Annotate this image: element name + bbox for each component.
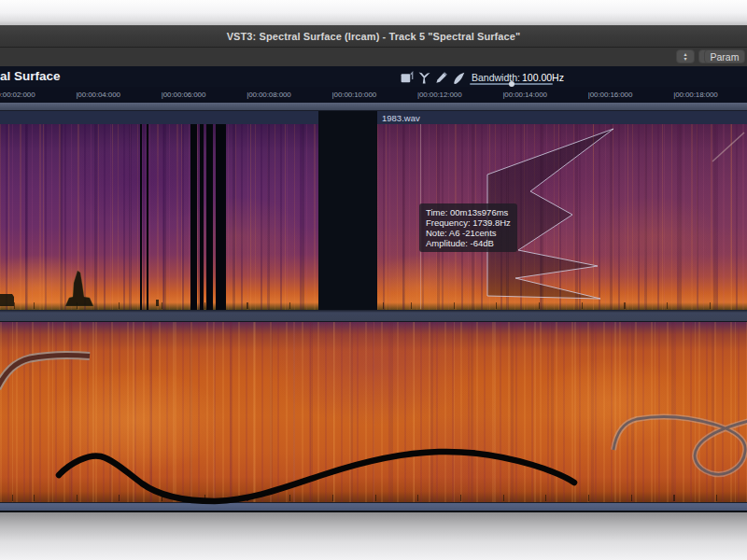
param-button[interactable]: Param xyxy=(704,49,745,63)
spectral-cut-bar xyxy=(216,124,226,310)
spectral-cut-bar xyxy=(140,124,142,310)
pencil-tool-icon xyxy=(434,71,448,85)
ruler-label: |00:00:14:000 xyxy=(502,91,547,99)
brush-tool-icon xyxy=(452,71,466,85)
rect-select-tool-button[interactable] xyxy=(400,71,414,85)
bandwidth-value: 100.00Hz xyxy=(522,72,564,83)
clip-2-tickmarks xyxy=(377,302,747,309)
window-bottom-edge xyxy=(0,511,747,512)
track-divider xyxy=(0,310,747,322)
pen-tool-button[interactable] xyxy=(417,71,431,85)
preset-stepper-button[interactable]: ▴ ▾ xyxy=(676,49,695,63)
pencil-tool-button[interactable] xyxy=(434,71,448,85)
plugin-window: VST3: Spectral Surface (Ircam) - Track 5… xyxy=(0,25,747,512)
ruler-label: |00:00:08:000 xyxy=(247,91,291,99)
pen-tool-icon xyxy=(417,71,431,85)
ruler-label: |00:00:02:000 xyxy=(0,91,35,99)
ruler-label: |00:00:04:000 xyxy=(76,91,120,99)
screenshot-root: VST3: Spectral Surface (Ircam) - Track 5… xyxy=(0,0,747,560)
audio-clip-1[interactable] xyxy=(0,111,318,310)
rect-select-icon xyxy=(400,71,414,85)
host-toolbar: ▴ ▾ + Param xyxy=(0,48,747,67)
window-title: VST3: Spectral Surface (Ircam) - Track 5… xyxy=(227,31,521,42)
clip-name-label: 1983.wav xyxy=(382,113,420,123)
brush-tool-button[interactable] xyxy=(452,71,466,85)
clip-2-header[interactable]: 1983.wav xyxy=(377,111,747,124)
bottom-scrollbar[interactable] xyxy=(0,502,747,511)
ruler-label: |00:00:16:000 xyxy=(588,91,633,99)
clip-1-spectrogram[interactable] xyxy=(0,124,318,310)
track-top: 1983.wav xyxy=(0,111,747,310)
timeline-ruler[interactable]: |00:00:02:000 |00:00:04:000 |00:00:06:00… xyxy=(0,87,747,104)
tooltip-amplitude: Amplitude: -64dB xyxy=(426,238,511,248)
spectral-cut-bar xyxy=(200,124,204,310)
ruler-label: |00:00:12:000 xyxy=(417,91,462,99)
spectral-cut-bar xyxy=(206,124,213,310)
bandwidth-slider[interactable] xyxy=(470,83,553,85)
ruler-label: |00:00:10:000 xyxy=(332,91,377,99)
bottom-spectrogram[interactable] xyxy=(0,322,747,502)
clip-1-tickmarks xyxy=(0,302,318,309)
spectral-cut-bar xyxy=(147,124,148,310)
clip-1-header[interactable] xyxy=(0,111,318,124)
value-tooltip: Time: 00m13s976ms Frequency: 1739.8Hz No… xyxy=(419,203,517,252)
desktop-background-top xyxy=(0,0,747,25)
window-titlebar[interactable]: VST3: Spectral Surface (Ircam) - Track 5… xyxy=(0,25,747,48)
horizontal-scrollbar[interactable] xyxy=(0,103,747,111)
tooltip-frequency: Frequency: 1739.8Hz xyxy=(426,217,511,228)
desktop-background-bottom xyxy=(0,512,747,560)
stepper-down-icon: ▾ xyxy=(684,57,686,62)
plugin-title: al Surface xyxy=(0,69,61,83)
bottom-tickmarks xyxy=(0,495,747,501)
spectral-cut-bar xyxy=(190,124,197,310)
plugin-header: al Surface xyxy=(0,66,747,88)
ruler-label: |00:00:06:000 xyxy=(162,91,206,99)
tooltip-time: Time: 00m13s976ms xyxy=(426,207,511,217)
track-bottom xyxy=(0,322,747,502)
tooltip-note: Note: A6 -21cents xyxy=(426,228,511,238)
ruler-label: |00:00:18:000 xyxy=(673,91,718,99)
